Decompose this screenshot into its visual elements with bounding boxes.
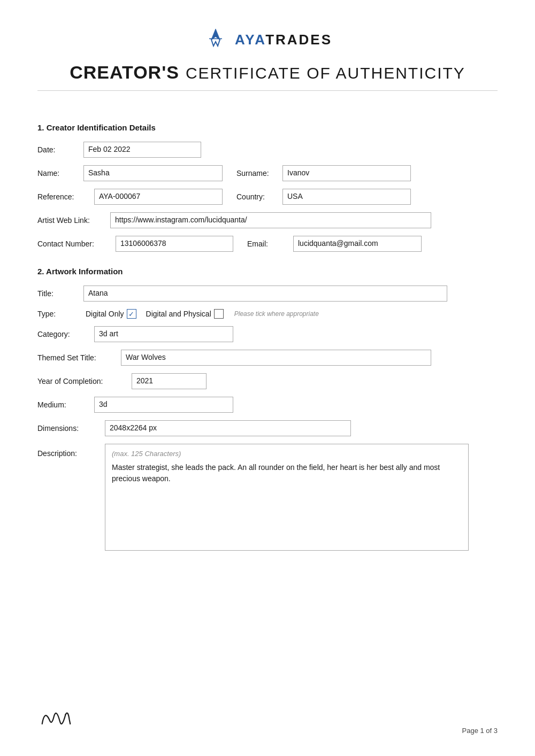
artwork-title-input[interactable]: Atana <box>83 286 447 302</box>
description-placeholder: (max. 125 Characters) <box>112 450 462 458</box>
name-input[interactable]: Sasha <box>83 165 223 181</box>
themed-set-input[interactable]: War Wolves <box>121 350 431 366</box>
dimensions-label: Dimensions: <box>37 424 102 433</box>
reference-input[interactable]: AYA-000067 <box>94 189 223 205</box>
year-input[interactable]: 2021 <box>132 373 207 389</box>
country-input[interactable]: USA <box>282 189 411 205</box>
type-label: Type: <box>37 310 80 318</box>
artwork-title-label: Title: <box>37 289 80 298</box>
medium-label: Medium: <box>37 400 91 409</box>
description-input[interactable]: (max. 125 Characters) Master strategist,… <box>105 444 469 551</box>
header: AYATRADES CREATOR'S CERTIFICATE OF AUTHE… <box>37 27 498 107</box>
email-label: Email: <box>247 240 290 248</box>
date-label: Date: <box>37 145 80 154</box>
type-option-digital-physical: Digital and Physical <box>146 309 224 319</box>
category-label: Category: <box>37 330 91 338</box>
themed-set-label: Themed Set Title: <box>37 353 118 362</box>
category-input[interactable]: 3d art <box>94 326 233 342</box>
contact-email-row: Contact Number: 13106006378 Email: lucid… <box>37 236 498 252</box>
name-label: Name: <box>37 169 80 178</box>
checkbox-digital-only[interactable]: ✓ <box>127 309 136 319</box>
document-title-line: CREATOR'S CERTIFICATE OF AUTHENTICITY <box>70 62 465 83</box>
section1-title: 1. Creator Identification Details <box>37 123 498 132</box>
header-divider <box>37 90 498 91</box>
weblink-label: Artist Web Link: <box>37 216 107 225</box>
section-artwork-information: 2. Artwork Information Title: Atana Type… <box>37 267 498 551</box>
reference-label: Reference: <box>37 192 91 201</box>
weblink-row: Artist Web Link: https://www.instagram.c… <box>37 212 498 228</box>
footer: Page 1 of 3 <box>37 705 498 735</box>
category-row: Category: 3d art <box>37 326 498 342</box>
themed-set-row: Themed Set Title: War Wolves <box>37 350 498 366</box>
reference-country-row: Reference: AYA-000067 Country: USA <box>37 189 498 205</box>
description-label: Description: <box>37 444 102 458</box>
year-row: Year of Completion: 2021 <box>37 373 498 389</box>
title-light: CERTIFICATE OF AUTHENTICITY <box>186 64 465 82</box>
description-text: Master strategist, she leads the pack. A… <box>112 462 462 484</box>
checkbox-digital-physical[interactable] <box>214 309 224 319</box>
page: AYATRADES CREATOR'S CERTIFICATE OF AUTHE… <box>0 0 535 756</box>
weblink-input[interactable]: https://www.instagram.com/lucidquanta/ <box>110 212 431 228</box>
page-number: Page 1 of 3 <box>462 727 498 735</box>
description-row: Description: (max. 125 Characters) Maste… <box>37 444 498 551</box>
contact-input[interactable]: 13106006378 <box>116 236 233 252</box>
dimensions-input[interactable]: 2048x2264 px <box>105 420 351 436</box>
year-label: Year of Completion: <box>37 377 128 385</box>
surname-label: Surname: <box>236 169 279 178</box>
surname-input[interactable]: Ivanov <box>282 165 411 181</box>
section-creator-identification: 1. Creator Identification Details Date: … <box>37 123 498 252</box>
type-option-digital-only: Digital Only ✓ <box>86 309 136 319</box>
date-input[interactable]: Feb 02 2022 <box>83 142 201 158</box>
name-surname-row: Name: Sasha Surname: Ivanov <box>37 165 498 181</box>
title-row: Title: Atana <box>37 286 498 302</box>
signature-icon <box>37 705 75 731</box>
date-row: Date: Feb 02 2022 <box>37 142 498 158</box>
type-digital-only-text: Digital Only <box>86 310 124 318</box>
signature <box>37 705 75 735</box>
contact-label: Contact Number: <box>37 240 112 248</box>
logo-text: AYATRADES <box>235 32 332 48</box>
title-bold: CREATOR'S <box>70 62 179 83</box>
section2-title: 2. Artwork Information <box>37 267 498 276</box>
medium-row: Medium: 3d <box>37 397 498 413</box>
please-tick-hint: Please tick where appropriate <box>234 310 319 318</box>
type-row: Type: Digital Only ✓ Digital and Physica… <box>37 309 498 319</box>
ayatrades-logo-icon <box>203 27 228 52</box>
country-label: Country: <box>236 192 279 201</box>
logo-trades: TRADES <box>265 32 332 48</box>
logo-area: AYATRADES <box>203 27 332 52</box>
logo-aya: AYA <box>235 32 265 48</box>
dimensions-row: Dimensions: 2048x2264 px <box>37 420 498 436</box>
medium-input[interactable]: 3d <box>94 397 233 413</box>
type-digital-physical-text: Digital and Physical <box>146 310 211 318</box>
email-input[interactable]: lucidquanta@gmail.com <box>293 236 422 252</box>
